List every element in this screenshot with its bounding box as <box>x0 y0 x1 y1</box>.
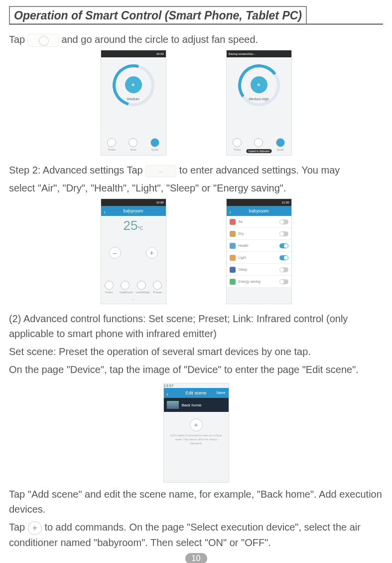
fan-label: Medium <box>101 97 166 101</box>
scene-thumbnail <box>167 401 179 409</box>
status-bar: 10:39 <box>101 199 166 206</box>
add-command-button[interactable]: + <box>190 418 203 431</box>
add-icon: + <box>28 521 42 535</box>
intro-line: Tap and go around the circle to adjust f… <box>9 32 383 47</box>
fan-icon: ✻ <box>125 76 142 93</box>
screenshot-edit-scene: 13:57 ‹ Edit scene Save Back home + Add … <box>163 383 229 483</box>
para-advanced-3: On the page "Device", tap the image of "… <box>9 362 383 377</box>
toast: Copied to clipboard <box>246 149 271 153</box>
para-advanced-2: Set scene: Preset the operation of sever… <box>9 344 383 359</box>
fan-icon: ✻ <box>251 76 267 93</box>
text: Tap <box>9 34 25 45</box>
text: and go around the circle to adjust fan s… <box>61 34 258 45</box>
setting-row-dry[interactable]: Dry <box>227 228 291 240</box>
para-advanced-1: (2) Advanced control functions: Set scen… <box>9 311 383 341</box>
caret-up-icon: ︿ <box>145 165 176 177</box>
auto-button[interactable]: Auto <box>128 138 138 151</box>
save-button[interactable]: Save <box>216 388 225 398</box>
para-scene-1: Tap "Add scene" and edit the scene name,… <box>9 487 383 517</box>
para-scene-2: Tap + to add commands. On the page "Sele… <box>9 520 383 550</box>
leftright-button[interactable]: Left&Right <box>136 281 147 294</box>
page-header: Operation of Smart Control (Smart Phone,… <box>9 6 383 25</box>
setting-row-sleep[interactable]: Sleep <box>227 264 291 276</box>
fan-screenshots: 19:43 ✻ Medium Turbo Auto Quiet Saving s… <box>9 50 383 156</box>
turbo-button[interactable]: Turbo <box>104 281 115 294</box>
fan-label: Medium-high <box>227 97 291 101</box>
screenshot-fan-medium: 19:43 ✻ Medium Turbo Auto Quiet <box>101 50 166 156</box>
screenshot-settings: 11:50 ‹babyroom AirDryHealthLightSleepEn… <box>226 198 292 304</box>
setting-row-energy-saving[interactable]: Energy saving <box>227 276 291 288</box>
turbo-button[interactable]: Turbo <box>106 138 117 151</box>
quiet-button[interactable]: Quiet <box>149 138 160 151</box>
mode-label: ❄ Cool <box>101 212 166 216</box>
step2-line1: Step 2: Advanced settings Tap ︿ to enter… <box>9 163 383 178</box>
quiet-button[interactable]: Quiet <box>275 138 286 151</box>
setting-row-health[interactable]: Health <box>227 240 291 252</box>
scene-name-row[interactable]: Back home <box>164 398 229 412</box>
preset-button[interactable]: Preset <box>152 281 163 294</box>
screenshot-fan-medium-high: Saving screenshot... ✻ Medium-high Turbo… <box>226 50 292 156</box>
page-number: 10 <box>185 553 207 563</box>
section-title: Operation of Smart Control (Smart Phone,… <box>9 6 307 24</box>
step2-line2: select "Air", "Dry", "Health", "Light", … <box>9 181 383 195</box>
temperature: 25℃ <box>101 218 166 233</box>
updown-button[interactable]: Up&Down <box>120 281 131 294</box>
screen-title: ‹babyroom <box>227 206 291 216</box>
hint-text: Add a series of command to make up a uni… <box>164 433 229 445</box>
advanced-screenshots: 10:39 ‹babyroom ❄ Cool 25℃ – + Turbo Up&… <box>9 198 383 304</box>
turbo-button[interactable]: Turbo <box>232 138 243 151</box>
scene-name: Back home <box>182 403 202 407</box>
expand-caret-icon[interactable]: ︿ <box>101 296 166 302</box>
status-bar: 13:57 <box>164 383 229 388</box>
plus-button[interactable]: + <box>146 247 158 259</box>
status-bar: 11:50 <box>227 199 291 206</box>
setting-row-air[interactable]: Air <box>227 216 291 228</box>
status-bar: Saving screenshot... <box>227 50 291 57</box>
screen-title: ‹ Edit scene Save <box>164 388 229 398</box>
status-bar: 19:43 <box>101 50 166 57</box>
screenshot-main: 10:39 ‹babyroom ❄ Cool 25℃ – + Turbo Up&… <box>101 198 166 304</box>
back-icon[interactable]: ‹ <box>167 389 168 399</box>
minus-button[interactable]: – <box>109 247 121 259</box>
setting-row-light[interactable]: Light <box>227 252 291 264</box>
fan-speed-icon <box>28 34 59 47</box>
